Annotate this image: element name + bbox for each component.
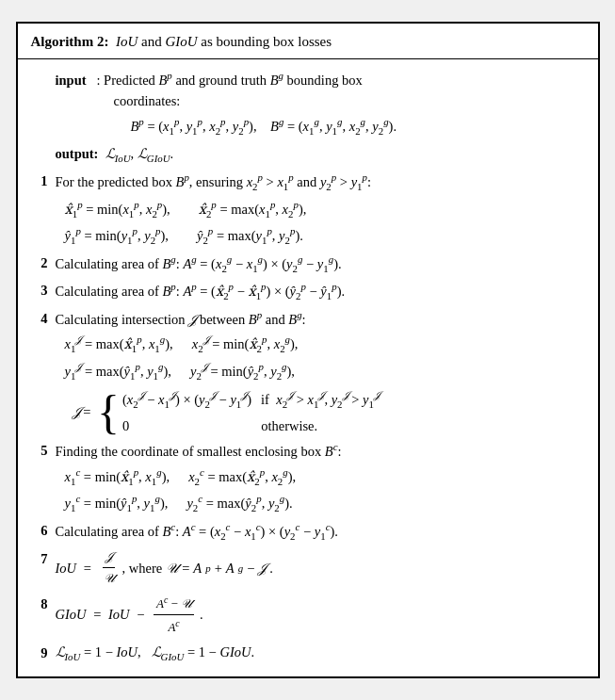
step-content-8: GIoU = IoU − Ac − 𝒰 Ac .	[52, 593, 203, 638]
step-content-6: Calculating area of Bc: Ac = (x2c − x1c)…	[52, 519, 338, 545]
step-4-x1: x1𝒥 = max(x̂1p, x1g),	[65, 332, 173, 357]
step-5-formulas: x1c = min(x̂1p, x1g), x2c = max(x̂2p, x2…	[56, 464, 342, 516]
step-content-5: Finding the coordinate of smallest enclo…	[52, 439, 342, 515]
output-block: output: ℒIoU, ℒGIoU.	[52, 143, 174, 167]
step-4-x2: x2𝒥 = min(x̂2p, x2g),	[192, 332, 299, 357]
algorithm-body: input : Predicted Bp and ground truth Bg…	[18, 59, 598, 676]
input-coords: coordinates:	[56, 90, 397, 111]
step-num-6: 6	[31, 519, 52, 545]
step-2: 2 Calculating area of Bg: Ag = (x2g − x1…	[31, 252, 585, 277]
fraction-iou-den: 𝒰	[101, 568, 117, 588]
step-1-formulas: x̂1p = min(x1p, x2p), x̂2p = max(x1p, x2…	[56, 197, 372, 249]
step-7: 7 IoU = 𝒥 𝒰 , where 𝒰 = Ap + Ag − 𝒥.	[31, 547, 585, 588]
case-val-1: (x2𝒥 − x1𝒥) × (y2𝒥 − y1𝒥)	[122, 387, 251, 413]
case-cond-1: if x2𝒥 > x1𝒥, y2𝒥 > y1𝒥	[261, 387, 380, 413]
step-5-y2: y2c = max(ŷ2p, y2g).	[186, 491, 292, 516]
step-1-y1: ŷ1p = min(y1p, y2p),	[65, 223, 169, 249]
case-row-2: 0 otherwise.	[122, 415, 380, 436]
step-num-5: 5	[31, 439, 52, 515]
step-4-formulas: x1𝒥 = max(x̂1p, x1g), x2𝒥 = min(x̂2p, x2…	[56, 332, 380, 436]
step-content-7: IoU = 𝒥 𝒰 , where 𝒰 = Ap + Ag − 𝒥.	[52, 547, 273, 588]
step-num-9: 9	[31, 642, 52, 665]
step-1-x1: x̂1p = min(x1p, x2p),	[65, 197, 170, 222]
input-row: input : Predicted Bp and ground truth Bg…	[31, 68, 585, 140]
step-content-4: Calculating intersection 𝒥 between Bp an…	[52, 307, 380, 436]
step-8: 8 GIoU = IoU − Ac − 𝒰 Ac .	[31, 593, 585, 638]
step-4-y2: y2𝒥 = min(ŷ2p, y2g),	[190, 359, 295, 384]
fraction-giou: Ac − 𝒰 Ac	[154, 593, 194, 638]
fraction-iou-num: 𝒥	[103, 547, 115, 568]
brace-icon: {	[97, 388, 120, 435]
case-val-2: 0	[122, 415, 129, 436]
fraction-giou-num: Ac − 𝒰	[154, 593, 194, 615]
step-content-3: Calculating area of Bp: Ap = (x̂2p − x̂1…	[52, 279, 346, 304]
step-3: 3 Calculating area of Bp: Ap = (x̂2p − x…	[31, 279, 585, 304]
step-num-1: 1	[31, 170, 52, 249]
case-row-1: (x2𝒥 − x1𝒥) × (y2𝒥 − y1𝒥) if x2𝒥 > x1𝒥, …	[122, 387, 380, 413]
step-num-2: 2	[31, 252, 52, 277]
step-4-y1: y1𝒥 = max(ŷ1p, y1g),	[65, 359, 171, 384]
step-1-x2: x̂2p = max(x1p, x2p),	[199, 197, 307, 222]
step-5-x2: x2c = max(x̂2p, x2g),	[188, 464, 296, 490]
step-4: 4 Calculating intersection 𝒥 between Bp …	[31, 307, 585, 436]
step-num-8: 8	[31, 593, 52, 638]
output-row: output: ℒIoU, ℒGIoU.	[31, 143, 585, 167]
input-label: input	[56, 73, 87, 88]
fraction-giou-den: Ac	[165, 615, 182, 637]
step-1-y2: ŷ2p = max(y1p, y2p).	[197, 223, 303, 249]
step-1: 1 For the predicted box Bp, ensuring x2p…	[31, 170, 585, 249]
step-6: 6 Calculating area of Bc: Ac = (x2c − x1…	[31, 519, 585, 545]
algorithm-header: Algorithm 2: IoU and GIoU as bounding bo…	[18, 24, 598, 59]
input-formula: Bp = (x1p, y1p, x2p, y2p), Bg = (x1g, y1…	[56, 114, 397, 139]
step-5-y1: y1c = min(ŷ1p, y1g),	[65, 491, 169, 516]
fraction-iou: 𝒥 𝒰	[101, 547, 117, 588]
step-num-4: 4	[31, 307, 52, 436]
step-content-9: ℒIoU = 1 − IoU, ℒGIoU = 1 − GIoU.	[52, 642, 255, 665]
step-num-7: 7	[31, 547, 52, 588]
step-5-x1: x1c = min(x̂1p, x1g),	[65, 464, 170, 490]
algorithm-title: Algorithm 2:	[31, 34, 109, 49]
case-rows: (x2𝒥 − x1𝒥) × (y2𝒥 − y1𝒥) if x2𝒥 > x1𝒥, …	[122, 387, 380, 436]
step-content-1: For the predicted box Bp, ensuring x2p >…	[52, 170, 372, 249]
step-content-2: Calculating area of Bg: Ag = (x2g − x1g)…	[52, 252, 342, 277]
case-cond-2: otherwise.	[138, 415, 317, 436]
step-9: 9 ℒIoU = 1 − IoU, ℒGIoU = 1 − GIoU.	[31, 642, 585, 665]
step-4-case: 𝒥 = { (x2𝒥 − x1𝒥) × (y2𝒥 − y1𝒥) if x2𝒥 >…	[73, 387, 380, 436]
output-label: output:	[56, 146, 99, 161]
step-5: 5 Finding the coordinate of smallest enc…	[31, 439, 585, 515]
step-num-3: 3	[31, 279, 52, 304]
algorithm-box: Algorithm 2: IoU and GIoU as bounding bo…	[16, 22, 600, 679]
input-block: input : Predicted Bp and ground truth Bg…	[52, 68, 397, 140]
